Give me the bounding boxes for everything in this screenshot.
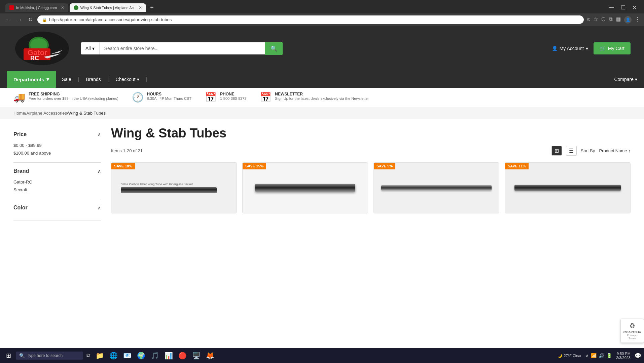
save-badge-4: SAVE 11% bbox=[505, 163, 529, 169]
logo-area[interactable]: Gator RC bbox=[13, 30, 71, 67]
logo-svg: Gator RC bbox=[13, 30, 71, 67]
info-phone: 📅 PHONE 1-800-380-9373 bbox=[205, 92, 246, 103]
gator-favicon bbox=[74, 5, 78, 10]
tab-gator-close[interactable]: ✕ bbox=[139, 5, 142, 10]
phone-title: PHONE bbox=[220, 92, 246, 96]
window-close[interactable]: ✕ bbox=[629, 3, 640, 12]
breadcrumb-home[interactable]: Home bbox=[13, 111, 25, 116]
nav-forward[interactable]: → bbox=[15, 16, 24, 24]
search-input[interactable] bbox=[100, 42, 265, 54]
save-badge-3: SAVE 9% bbox=[374, 163, 395, 169]
departments-label: Departments bbox=[13, 77, 44, 82]
nav-bar: Departments ▾ Sale | Brands | Checkout ▾… bbox=[0, 71, 644, 88]
listing-meta: Items 1-20 of 21 ⊞ ☰ Sort By Product Nam… bbox=[111, 146, 631, 156]
breadcrumb-category[interactable]: Airplane Accessories bbox=[26, 111, 67, 116]
product-image-2 bbox=[243, 163, 368, 213]
nav-sale-label: Sale bbox=[62, 77, 71, 82]
save-badge-1: SAVE 18% bbox=[111, 163, 135, 169]
nav-divider-2: | bbox=[107, 77, 110, 82]
main-layout: Price ∧ $0.00 - $99.99 $100.00 and above… bbox=[0, 119, 644, 241]
compare-chevron: ▾ bbox=[635, 77, 637, 82]
product-image-1: Balsa Carbon Fiber Wing Tube with Fiberg… bbox=[111, 163, 237, 213]
more-options-icon[interactable]: ⋮ bbox=[635, 16, 640, 24]
price-filter: Price ∧ $0.00 - $99.99 $100.00 and above bbox=[13, 126, 101, 163]
product-image-4 bbox=[505, 163, 630, 213]
departments-chevron: ▾ bbox=[46, 76, 49, 82]
phone-desc: 1-800-380-9373 bbox=[220, 96, 246, 100]
price-filter-header[interactable]: Price ∧ bbox=[13, 131, 101, 137]
my-cart-label: My Cart bbox=[608, 46, 624, 51]
save-badge-2: SAVE 15% bbox=[243, 163, 266, 169]
extensions-icon[interactable]: ⬡ bbox=[601, 16, 606, 24]
brand-filter-header[interactable]: Brand ∧ bbox=[13, 168, 101, 174]
sidebar-toggle-icon[interactable]: ▦ bbox=[616, 16, 621, 24]
hours-title: HOURS bbox=[147, 92, 191, 96]
my-cart-button[interactable]: 🛒 My Cart bbox=[594, 42, 631, 54]
nav-departments[interactable]: Departments ▾ bbox=[7, 71, 56, 88]
search-bar: All ▾ 🔍 bbox=[81, 42, 283, 55]
newsletter-title: NEWSLETTER bbox=[275, 92, 369, 96]
sidebar: Price ∧ $0.00 - $99.99 $100.00 and above… bbox=[13, 126, 101, 220]
tab-chegg-label: In Multisim, | Chegg.com bbox=[16, 6, 57, 10]
tab-gator-label: Wing & Stab Tubes | Airplane Ac... bbox=[80, 6, 137, 10]
newsletter-icon: 📅 bbox=[260, 92, 272, 103]
product-listing: Wing & Stab Tubes Items 1-20 of 21 ⊞ ☰ S… bbox=[111, 126, 631, 220]
price-filter-toggle: ∧ bbox=[98, 132, 101, 137]
search-category-dropdown[interactable]: All ▾ bbox=[81, 42, 100, 54]
nav-refresh[interactable]: ↻ bbox=[27, 16, 34, 24]
breadcrumb-current: Wing & Stab Tubes bbox=[68, 111, 106, 116]
product-card-2[interactable]: SAVE 15% bbox=[242, 162, 368, 213]
brand-option-1[interactable]: Secraft bbox=[13, 186, 101, 194]
window-maximize[interactable]: ☐ bbox=[617, 3, 629, 12]
search-button[interactable]: 🔍 bbox=[265, 42, 283, 55]
split-icon[interactable]: ⧉ bbox=[609, 16, 613, 24]
share-icon[interactable]: ⎋ bbox=[587, 16, 590, 24]
nav-checkout-label: Checkout bbox=[115, 77, 135, 82]
checkout-chevron: ▾ bbox=[137, 77, 139, 82]
site-header: Gator RC All ▾ 🔍 👤 My Account ▾ 🛒 My Car… bbox=[0, 26, 644, 71]
color-filter-toggle: ∧ bbox=[98, 205, 101, 210]
grid-view-button[interactable]: ⊞ bbox=[551, 146, 562, 156]
hours-icon: 🕐 bbox=[132, 92, 144, 103]
product-card-1[interactable]: SAVE 18% Balsa Carbon Fiber Wing Tube wi… bbox=[111, 162, 237, 213]
url-text: https://gator-rc.com/airplane-accessorie… bbox=[49, 17, 172, 22]
tab-gator[interactable]: Wing & Stab Tubes | Airplane Ac... ✕ bbox=[70, 3, 146, 12]
info-newsletter: 📅 NEWSLETTER Sign Up for the latest deal… bbox=[260, 92, 369, 103]
shipping-title: FREE SHIPPING bbox=[29, 92, 118, 96]
nav-checkout[interactable]: Checkout ▾ bbox=[109, 71, 145, 87]
price-option-1[interactable]: $100.00 and above bbox=[13, 149, 101, 157]
product-card-3[interactable]: SAVE 9% bbox=[373, 162, 499, 213]
nav-divider-3: | bbox=[145, 77, 148, 82]
tab-chegg[interactable]: In Multisim, | Chegg.com ✕ bbox=[5, 3, 68, 12]
sort-direction-icon: ↑ bbox=[629, 148, 631, 153]
nav-sale[interactable]: Sale bbox=[56, 71, 77, 87]
nav-brands[interactable]: Brands bbox=[80, 71, 107, 87]
color-filter: Color ∧ bbox=[13, 199, 101, 220]
product-image-3 bbox=[374, 163, 499, 213]
price-option-0[interactable]: $0.00 - $99.99 bbox=[13, 142, 101, 149]
my-account-button[interactable]: 👤 My Account ▾ bbox=[552, 46, 588, 51]
new-tab-button[interactable]: + bbox=[147, 4, 156, 12]
nav-back[interactable]: ← bbox=[4, 16, 12, 24]
sort-label: Sort By bbox=[581, 148, 595, 153]
tab-chegg-close[interactable]: ✕ bbox=[61, 5, 64, 10]
category-chevron: ▾ bbox=[92, 46, 95, 51]
my-account-label: My Account bbox=[560, 46, 584, 51]
product-grid: SAVE 18% Balsa Carbon Fiber Wing Tube wi… bbox=[111, 162, 631, 213]
brand-option-0[interactable]: Gator-RC bbox=[13, 178, 101, 186]
cart-icon: 🛒 bbox=[600, 46, 605, 51]
nav-brands-label: Brands bbox=[86, 77, 101, 82]
listing-controls: ⊞ ☰ Sort By Product Name ↑ bbox=[551, 146, 631, 156]
brand-filter-title: Brand bbox=[13, 168, 29, 174]
color-filter-header[interactable]: Color ∧ bbox=[13, 205, 101, 211]
sort-value[interactable]: Product Name ↑ bbox=[599, 148, 631, 153]
compare-label: Compare bbox=[614, 77, 634, 82]
profile-icon[interactable]: 👤 bbox=[624, 16, 632, 24]
bookmark-icon[interactable]: ☆ bbox=[594, 16, 598, 24]
product-card-4[interactable]: SAVE 11% bbox=[505, 162, 631, 213]
list-view-button[interactable]: ☰ bbox=[566, 146, 577, 156]
address-bar[interactable]: 🔒 https://gator-rc.com/airplane-accessor… bbox=[37, 15, 584, 24]
price-filter-title: Price bbox=[13, 131, 27, 137]
window-minimize[interactable]: — bbox=[605, 3, 617, 12]
nav-compare[interactable]: Compare ▾ bbox=[614, 77, 637, 82]
